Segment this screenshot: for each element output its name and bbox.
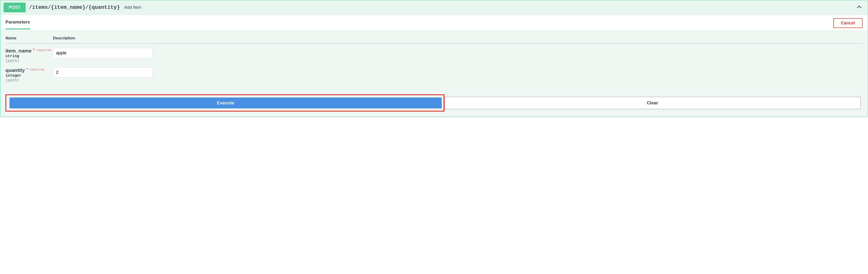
parameters-table: Name Description item_name * required st… bbox=[5, 36, 863, 82]
action-button-row: Execute Clear bbox=[5, 94, 863, 111]
parameters-section: Name Description item_name * required st… bbox=[0, 31, 868, 117]
operation-body: Parameters Cancel Name Description item_… bbox=[0, 15, 868, 117]
parameters-tab[interactable]: Parameters bbox=[5, 20, 30, 29]
column-header-description: Description bbox=[53, 36, 863, 44]
param-location: (path) bbox=[5, 78, 53, 82]
http-method-badge: POST bbox=[4, 3, 26, 12]
required-label: required bbox=[36, 48, 51, 52]
operation-summary[interactable]: POST /items/{item_name}/{quantity} Add I… bbox=[0, 0, 868, 15]
required-label: required bbox=[29, 68, 44, 71]
parameters-tab-header: Parameters Cancel bbox=[0, 15, 868, 31]
item-name-input[interactable] bbox=[53, 48, 153, 58]
chevron-up-icon[interactable] bbox=[856, 4, 864, 11]
param-name: quantity bbox=[5, 67, 25, 73]
required-star-icon: * bbox=[33, 48, 34, 52]
column-header-name: Name bbox=[5, 36, 53, 44]
param-type: integer bbox=[5, 73, 53, 78]
table-row: item_name * required string (path) bbox=[5, 44, 863, 63]
param-location: (path) bbox=[5, 59, 53, 63]
execute-highlight-box: Execute bbox=[5, 94, 444, 111]
param-name: item_name bbox=[5, 48, 32, 54]
table-row: quantity * required integer (path) bbox=[5, 63, 863, 82]
execute-button[interactable]: Execute bbox=[9, 98, 442, 108]
param-type: string bbox=[5, 54, 53, 58]
cancel-button[interactable]: Cancel bbox=[833, 18, 863, 28]
operation-description: Add Item bbox=[124, 5, 141, 10]
required-star-icon: * bbox=[26, 68, 28, 72]
clear-button[interactable]: Clear bbox=[444, 97, 861, 109]
endpoint-path: /items/{item_name}/{quantity} bbox=[29, 4, 120, 10]
quantity-input[interactable] bbox=[53, 67, 153, 77]
operation-block: POST /items/{item_name}/{quantity} Add I… bbox=[0, 0, 868, 117]
